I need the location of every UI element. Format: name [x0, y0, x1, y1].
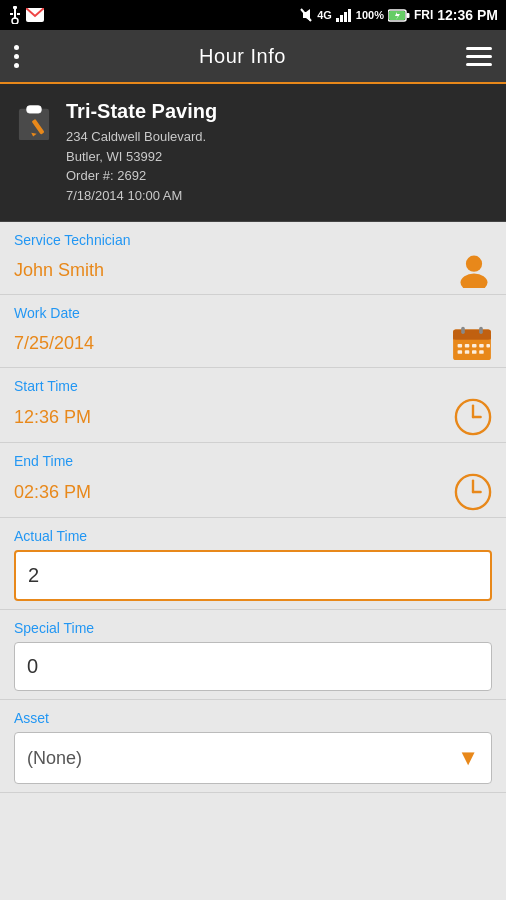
svg-rect-32 [472, 350, 477, 354]
svg-rect-4 [17, 13, 20, 15]
svg-rect-9 [340, 15, 343, 22]
battery-percent: 100% [356, 9, 384, 21]
svg-rect-3 [10, 13, 13, 15]
start-clock-icon[interactable] [454, 398, 492, 436]
status-left-icons [8, 6, 44, 24]
status-bar: 4G 100% FRI 12:36 PM [0, 0, 506, 30]
company-icon [16, 104, 52, 144]
end-time-value[interactable]: 02:36 PM [14, 482, 91, 503]
company-header: Tri-State Paving 234 Caldwell Boulevard.… [0, 84, 506, 222]
end-time-section: End Time 02:36 PM [0, 443, 506, 518]
actual-time-section: Actual Time [0, 518, 506, 610]
svg-rect-28 [479, 344, 484, 348]
work-date-label: Work Date [14, 305, 492, 321]
svg-rect-17 [27, 106, 41, 113]
page-title: Hour Info [199, 45, 286, 68]
end-clock-icon[interactable] [454, 473, 492, 511]
asset-label: Asset [14, 710, 492, 726]
service-technician-label: Service Technician [14, 232, 492, 248]
calendar-icon [452, 325, 492, 361]
work-date-section: Work Date 7/25/2014 [0, 295, 506, 368]
svg-rect-24 [453, 335, 491, 340]
status-right-info: 4G 100% FRI 12:36 PM [299, 7, 498, 23]
company-name: Tri-State Paving [66, 100, 217, 123]
gmail-icon [26, 8, 44, 22]
svg-point-20 [466, 256, 482, 272]
svg-rect-0 [13, 6, 17, 9]
svg-rect-33 [479, 350, 484, 354]
svg-rect-31 [465, 350, 470, 354]
signal-4g-label: 4G [317, 9, 332, 21]
status-day: FRI [414, 8, 433, 22]
company-order: Order #: 2692 [66, 166, 217, 186]
svg-rect-30 [458, 350, 463, 354]
usb-icon [8, 6, 22, 24]
actual-time-input[interactable] [14, 550, 492, 601]
special-time-input[interactable] [14, 642, 492, 691]
svg-rect-8 [336, 18, 339, 22]
svg-rect-25 [458, 344, 463, 348]
start-time-section: Start Time 12:36 PM [0, 368, 506, 443]
svg-rect-26 [465, 344, 470, 348]
mute-icon [299, 7, 313, 23]
asset-select[interactable]: (None) ▼ [14, 732, 492, 784]
company-info: Tri-State Paving 234 Caldwell Boulevard.… [66, 100, 217, 205]
special-time-section: Special Time [0, 610, 506, 700]
special-time-label: Special Time [14, 620, 492, 636]
vertical-dots-menu[interactable] [14, 45, 19, 68]
hamburger-menu[interactable] [466, 47, 492, 66]
person-icon [456, 252, 492, 288]
work-date-row: 7/25/2014 [14, 325, 492, 361]
service-technician-row: John Smith [14, 252, 492, 288]
nav-bar: Hour Info [0, 30, 506, 84]
work-date-value[interactable]: 7/25/2014 [14, 333, 94, 354]
svg-rect-10 [344, 12, 347, 22]
service-technician-section: Service Technician John Smith [0, 222, 506, 295]
svg-rect-13 [406, 13, 409, 18]
asset-value: (None) [27, 748, 82, 769]
end-time-row: 02:36 PM [14, 473, 492, 511]
end-time-label: End Time [14, 453, 492, 469]
start-time-value[interactable]: 12:36 PM [14, 407, 91, 428]
start-time-row: 12:36 PM [14, 398, 492, 436]
company-datetime: 7/18/2014 10:00 AM [66, 186, 217, 206]
start-time-label: Start Time [14, 378, 492, 394]
svg-rect-29 [486, 344, 490, 348]
svg-rect-35 [479, 327, 483, 334]
svg-rect-11 [348, 9, 351, 22]
status-time: 12:36 PM [437, 7, 498, 23]
signal-bars-icon [336, 8, 352, 22]
actual-time-label: Actual Time [14, 528, 492, 544]
asset-dropdown-arrow: ▼ [457, 745, 479, 771]
company-address2: Butler, WI 53992 [66, 147, 217, 167]
svg-rect-27 [472, 344, 477, 348]
svg-point-21 [461, 274, 488, 288]
battery-icon [388, 9, 410, 22]
company-address1: 234 Caldwell Boulevard. [66, 127, 217, 147]
svg-rect-34 [461, 327, 465, 334]
service-technician-value[interactable]: John Smith [14, 260, 104, 281]
asset-section: Asset (None) ▼ [0, 700, 506, 793]
